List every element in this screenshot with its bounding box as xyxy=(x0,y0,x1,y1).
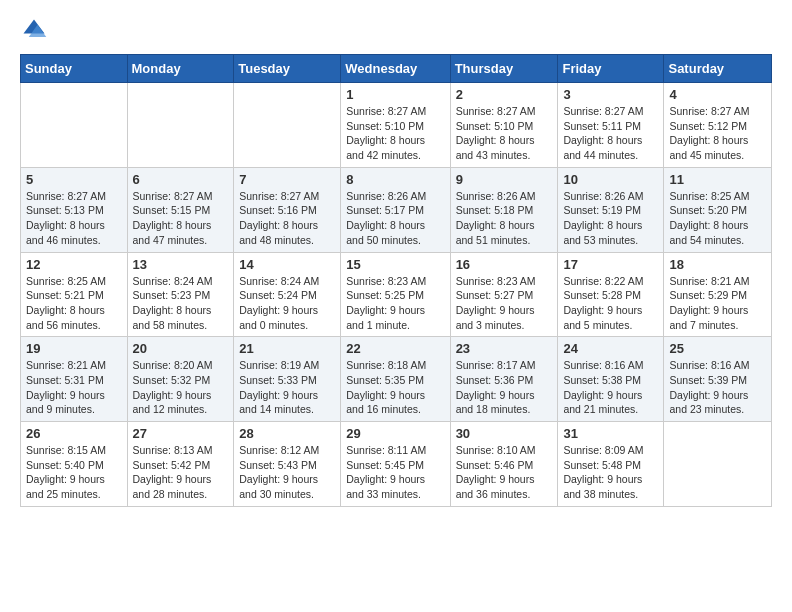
day-info: Sunrise: 8:27 AM Sunset: 5:13 PM Dayligh… xyxy=(26,189,122,248)
header xyxy=(20,16,772,44)
calendar-cell xyxy=(664,422,772,507)
calendar-cell: 27Sunrise: 8:13 AM Sunset: 5:42 PM Dayli… xyxy=(127,422,234,507)
calendar-cell: 11Sunrise: 8:25 AM Sunset: 5:20 PM Dayli… xyxy=(664,167,772,252)
calendar-cell: 30Sunrise: 8:10 AM Sunset: 5:46 PM Dayli… xyxy=(450,422,558,507)
day-info: Sunrise: 8:21 AM Sunset: 5:29 PM Dayligh… xyxy=(669,274,766,333)
calendar-cell: 26Sunrise: 8:15 AM Sunset: 5:40 PM Dayli… xyxy=(21,422,128,507)
calendar-cell: 8Sunrise: 8:26 AM Sunset: 5:17 PM Daylig… xyxy=(341,167,450,252)
day-number: 15 xyxy=(346,257,444,272)
day-number: 19 xyxy=(26,341,122,356)
day-number: 22 xyxy=(346,341,444,356)
calendar-cell: 18Sunrise: 8:21 AM Sunset: 5:29 PM Dayli… xyxy=(664,252,772,337)
day-number: 24 xyxy=(563,341,658,356)
day-number: 7 xyxy=(239,172,335,187)
calendar-cell: 29Sunrise: 8:11 AM Sunset: 5:45 PM Dayli… xyxy=(341,422,450,507)
day-number: 4 xyxy=(669,87,766,102)
day-number: 18 xyxy=(669,257,766,272)
day-info: Sunrise: 8:16 AM Sunset: 5:39 PM Dayligh… xyxy=(669,358,766,417)
calendar-cell: 14Sunrise: 8:24 AM Sunset: 5:24 PM Dayli… xyxy=(234,252,341,337)
day-number: 20 xyxy=(133,341,229,356)
calendar-cell: 15Sunrise: 8:23 AM Sunset: 5:25 PM Dayli… xyxy=(341,252,450,337)
calendar-week: 26Sunrise: 8:15 AM Sunset: 5:40 PM Dayli… xyxy=(21,422,772,507)
calendar-cell: 24Sunrise: 8:16 AM Sunset: 5:38 PM Dayli… xyxy=(558,337,664,422)
calendar-cell: 6Sunrise: 8:27 AM Sunset: 5:15 PM Daylig… xyxy=(127,167,234,252)
calendar-cell: 12Sunrise: 8:25 AM Sunset: 5:21 PM Dayli… xyxy=(21,252,128,337)
day-info: Sunrise: 8:23 AM Sunset: 5:27 PM Dayligh… xyxy=(456,274,553,333)
day-number: 3 xyxy=(563,87,658,102)
calendar-cell: 23Sunrise: 8:17 AM Sunset: 5:36 PM Dayli… xyxy=(450,337,558,422)
day-info: Sunrise: 8:26 AM Sunset: 5:18 PM Dayligh… xyxy=(456,189,553,248)
day-number: 1 xyxy=(346,87,444,102)
day-header: Tuesday xyxy=(234,55,341,83)
calendar-cell: 21Sunrise: 8:19 AM Sunset: 5:33 PM Dayli… xyxy=(234,337,341,422)
day-number: 31 xyxy=(563,426,658,441)
day-info: Sunrise: 8:21 AM Sunset: 5:31 PM Dayligh… xyxy=(26,358,122,417)
day-number: 14 xyxy=(239,257,335,272)
day-info: Sunrise: 8:27 AM Sunset: 5:15 PM Dayligh… xyxy=(133,189,229,248)
calendar-cell: 31Sunrise: 8:09 AM Sunset: 5:48 PM Dayli… xyxy=(558,422,664,507)
calendar-table: SundayMondayTuesdayWednesdayThursdayFrid… xyxy=(20,54,772,507)
day-info: Sunrise: 8:11 AM Sunset: 5:45 PM Dayligh… xyxy=(346,443,444,502)
day-number: 12 xyxy=(26,257,122,272)
day-info: Sunrise: 8:17 AM Sunset: 5:36 PM Dayligh… xyxy=(456,358,553,417)
calendar-week: 5Sunrise: 8:27 AM Sunset: 5:13 PM Daylig… xyxy=(21,167,772,252)
day-info: Sunrise: 8:12 AM Sunset: 5:43 PM Dayligh… xyxy=(239,443,335,502)
day-number: 28 xyxy=(239,426,335,441)
calendar-cell xyxy=(234,83,341,168)
day-number: 8 xyxy=(346,172,444,187)
day-header: Monday xyxy=(127,55,234,83)
calendar-cell: 22Sunrise: 8:18 AM Sunset: 5:35 PM Dayli… xyxy=(341,337,450,422)
day-info: Sunrise: 8:26 AM Sunset: 5:19 PM Dayligh… xyxy=(563,189,658,248)
day-info: Sunrise: 8:22 AM Sunset: 5:28 PM Dayligh… xyxy=(563,274,658,333)
logo-icon xyxy=(20,16,48,44)
day-info: Sunrise: 8:27 AM Sunset: 5:10 PM Dayligh… xyxy=(456,104,553,163)
day-info: Sunrise: 8:25 AM Sunset: 5:21 PM Dayligh… xyxy=(26,274,122,333)
day-info: Sunrise: 8:19 AM Sunset: 5:33 PM Dayligh… xyxy=(239,358,335,417)
day-number: 25 xyxy=(669,341,766,356)
calendar-cell xyxy=(21,83,128,168)
day-info: Sunrise: 8:27 AM Sunset: 5:11 PM Dayligh… xyxy=(563,104,658,163)
calendar-cell: 17Sunrise: 8:22 AM Sunset: 5:28 PM Dayli… xyxy=(558,252,664,337)
header-row: SundayMondayTuesdayWednesdayThursdayFrid… xyxy=(21,55,772,83)
day-number: 10 xyxy=(563,172,658,187)
calendar-week: 12Sunrise: 8:25 AM Sunset: 5:21 PM Dayli… xyxy=(21,252,772,337)
calendar-cell: 1Sunrise: 8:27 AM Sunset: 5:10 PM Daylig… xyxy=(341,83,450,168)
day-number: 5 xyxy=(26,172,122,187)
day-info: Sunrise: 8:27 AM Sunset: 5:10 PM Dayligh… xyxy=(346,104,444,163)
day-info: Sunrise: 8:13 AM Sunset: 5:42 PM Dayligh… xyxy=(133,443,229,502)
day-number: 29 xyxy=(346,426,444,441)
calendar-cell xyxy=(127,83,234,168)
calendar-cell: 28Sunrise: 8:12 AM Sunset: 5:43 PM Dayli… xyxy=(234,422,341,507)
page: SundayMondayTuesdayWednesdayThursdayFrid… xyxy=(0,0,792,523)
calendar-cell: 13Sunrise: 8:24 AM Sunset: 5:23 PM Dayli… xyxy=(127,252,234,337)
day-info: Sunrise: 8:16 AM Sunset: 5:38 PM Dayligh… xyxy=(563,358,658,417)
calendar-header: SundayMondayTuesdayWednesdayThursdayFrid… xyxy=(21,55,772,83)
day-number: 16 xyxy=(456,257,553,272)
calendar-cell: 4Sunrise: 8:27 AM Sunset: 5:12 PM Daylig… xyxy=(664,83,772,168)
day-info: Sunrise: 8:10 AM Sunset: 5:46 PM Dayligh… xyxy=(456,443,553,502)
calendar-cell: 25Sunrise: 8:16 AM Sunset: 5:39 PM Dayli… xyxy=(664,337,772,422)
day-number: 21 xyxy=(239,341,335,356)
calendar-cell: 9Sunrise: 8:26 AM Sunset: 5:18 PM Daylig… xyxy=(450,167,558,252)
day-info: Sunrise: 8:23 AM Sunset: 5:25 PM Dayligh… xyxy=(346,274,444,333)
calendar-week: 1Sunrise: 8:27 AM Sunset: 5:10 PM Daylig… xyxy=(21,83,772,168)
day-number: 2 xyxy=(456,87,553,102)
calendar-cell: 19Sunrise: 8:21 AM Sunset: 5:31 PM Dayli… xyxy=(21,337,128,422)
calendar-cell: 3Sunrise: 8:27 AM Sunset: 5:11 PM Daylig… xyxy=(558,83,664,168)
day-info: Sunrise: 8:24 AM Sunset: 5:23 PM Dayligh… xyxy=(133,274,229,333)
day-number: 11 xyxy=(669,172,766,187)
day-number: 13 xyxy=(133,257,229,272)
calendar-cell: 16Sunrise: 8:23 AM Sunset: 5:27 PM Dayli… xyxy=(450,252,558,337)
day-number: 17 xyxy=(563,257,658,272)
day-number: 30 xyxy=(456,426,553,441)
calendar-cell: 7Sunrise: 8:27 AM Sunset: 5:16 PM Daylig… xyxy=(234,167,341,252)
day-header: Thursday xyxy=(450,55,558,83)
day-header: Sunday xyxy=(21,55,128,83)
day-number: 26 xyxy=(26,426,122,441)
day-info: Sunrise: 8:27 AM Sunset: 5:16 PM Dayligh… xyxy=(239,189,335,248)
day-number: 27 xyxy=(133,426,229,441)
day-number: 23 xyxy=(456,341,553,356)
calendar-week: 19Sunrise: 8:21 AM Sunset: 5:31 PM Dayli… xyxy=(21,337,772,422)
day-info: Sunrise: 8:20 AM Sunset: 5:32 PM Dayligh… xyxy=(133,358,229,417)
day-header: Wednesday xyxy=(341,55,450,83)
